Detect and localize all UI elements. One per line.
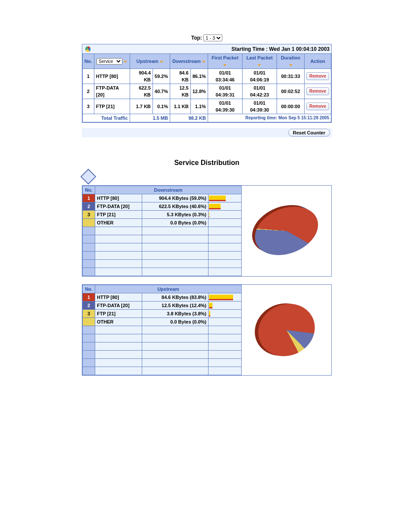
table-row: 2FTP-DATA [20]622.5 KB40.7%12.5 KB12.8%0… bbox=[83, 84, 331, 99]
cell-up-size: 904.4 KB bbox=[130, 69, 153, 84]
cell-value: 3.8 KBytes (3.8%) bbox=[142, 310, 209, 318]
cell-bar bbox=[209, 302, 242, 310]
cell-up-pct: 40.7% bbox=[153, 84, 170, 99]
cell-down-pct: 1.1% bbox=[190, 99, 208, 114]
upstream-table: No. Upstream 1HTTP [80]84.6 KBytes (83.8… bbox=[82, 285, 242, 375]
cell-first-packet: 01/01 04:39:30 bbox=[208, 99, 242, 114]
cell-service: OTHER bbox=[95, 219, 142, 227]
table-row bbox=[83, 227, 242, 235]
col-no: No. bbox=[83, 285, 95, 293]
service-distribution-title: Service Distribution bbox=[82, 159, 332, 167]
cell-last-packet: 01/01 04:42:23 bbox=[242, 84, 277, 99]
cell-bar bbox=[209, 219, 242, 227]
table-row bbox=[83, 334, 242, 342]
table-row: 3FTP [21]5.3 KBytes (0.3%) bbox=[83, 211, 242, 219]
cell-bar bbox=[209, 194, 242, 202]
cell-service: FTP [21] bbox=[95, 211, 142, 219]
cell-service: FTP-DATA [20] bbox=[95, 202, 142, 211]
table-row: 1HTTP [80]904.4 KB59.2%84.6 KB86.1%01/01… bbox=[83, 69, 331, 84]
cell-duration: 00:00:00 bbox=[277, 99, 305, 114]
total-downstream: 98.2 KB bbox=[170, 114, 208, 122]
cell-down-pct: 86.1% bbox=[190, 69, 208, 84]
cell-no: 1 bbox=[83, 293, 95, 302]
starting-time: Starting Time : Wed Jan 1 00:04:10 2003 bbox=[231, 46, 330, 52]
downstream-pie bbox=[242, 186, 331, 276]
table-row: 1HTTP [80]84.6 KBytes (83.8%) bbox=[83, 293, 242, 302]
sort-icon[interactable] bbox=[223, 64, 227, 66]
table-row bbox=[83, 359, 242, 367]
table-row bbox=[83, 326, 242, 334]
cell-service: OTHER bbox=[95, 318, 142, 326]
cell-bar bbox=[209, 211, 242, 219]
cell-first-packet: 01/01 03:34:46 bbox=[208, 69, 242, 84]
table-row bbox=[83, 351, 242, 359]
cell-down-pct: 12.8% bbox=[190, 84, 208, 99]
table-row bbox=[83, 235, 242, 243]
cell-service: FTP [21] bbox=[94, 99, 130, 114]
col-first-packet[interactable]: First Packet bbox=[208, 54, 242, 69]
col-last-packet[interactable]: Last Packet bbox=[242, 54, 277, 69]
cell-bar bbox=[209, 202, 242, 211]
col-upstream: Upstream bbox=[95, 285, 242, 293]
remove-button[interactable]: Remove bbox=[306, 72, 329, 80]
table-row bbox=[83, 252, 242, 260]
cell-no: 3 bbox=[83, 310, 95, 318]
cell-bar bbox=[209, 293, 242, 302]
table-row: OTHER0.0 Bytes (0.0%) bbox=[83, 219, 242, 227]
service-select[interactable]: Service bbox=[97, 58, 122, 65]
cell-service: FTP-DATA [20] bbox=[94, 84, 130, 99]
downstream-table: No. Downstream 1HTTP [80]904.4 KBytes (5… bbox=[82, 186, 242, 276]
table-row: OTHER0.0 Bytes (0.0%) bbox=[83, 318, 242, 326]
sort-icon[interactable] bbox=[258, 64, 261, 66]
col-duration[interactable]: Duration bbox=[277, 54, 305, 69]
cell-value: 12.5 KBytes (12.4%) bbox=[142, 302, 209, 310]
cell-no bbox=[83, 318, 95, 326]
pie-icon bbox=[84, 44, 92, 53]
cell-last-packet: 01/01 04:39:30 bbox=[242, 99, 277, 114]
cell-up-pct: 59.2% bbox=[153, 69, 170, 84]
table-row bbox=[83, 342, 242, 351]
cell-up-size: 622.5 KB bbox=[130, 84, 153, 99]
col-no[interactable]: No. bbox=[83, 54, 94, 69]
cell-service: HTTP [80] bbox=[95, 194, 142, 202]
reset-counter-button[interactable]: Reset Counter bbox=[288, 129, 330, 137]
diamond-icon bbox=[81, 169, 97, 185]
traffic-panel: Starting Time : Wed Jan 1 00:04:10 2003 … bbox=[82, 44, 332, 123]
cell-up-pct: 0.1% bbox=[153, 99, 170, 114]
remove-button[interactable]: Remove bbox=[306, 103, 329, 110]
col-upstream[interactable]: Upstream bbox=[130, 54, 170, 69]
table-row: 2FTP-DATA [20]622.5 KBytes (40.6%) bbox=[83, 202, 242, 211]
cell-bar bbox=[209, 310, 242, 318]
total-label: Total Traffic bbox=[83, 114, 130, 122]
cell-value: 904.4 KBytes (59.0%) bbox=[142, 194, 209, 202]
cell-no bbox=[83, 219, 95, 227]
sort-icon[interactable] bbox=[124, 61, 127, 63]
col-downstream[interactable]: Downstream bbox=[170, 54, 208, 69]
col-action: Action bbox=[305, 54, 331, 69]
cell-up-size: 1.7 KB bbox=[130, 99, 153, 114]
cell-duration: 00:02:52 bbox=[277, 84, 305, 99]
table-row bbox=[83, 243, 242, 252]
cell-no: 1 bbox=[83, 194, 95, 202]
sort-icon[interactable] bbox=[202, 61, 206, 63]
cell-service: FTP [21] bbox=[95, 310, 142, 318]
top-label: Top: bbox=[191, 35, 202, 41]
top-range-select[interactable]: 1 - 3 bbox=[203, 34, 222, 41]
cell-value: 0.0 Bytes (0.0%) bbox=[142, 318, 209, 326]
col-service: Service bbox=[94, 54, 130, 69]
sort-icon[interactable] bbox=[160, 61, 163, 63]
upstream-pie bbox=[242, 285, 331, 375]
cell-value: 622.5 KBytes (40.6%) bbox=[142, 202, 209, 211]
remove-button[interactable]: Remove bbox=[306, 87, 329, 95]
cell-no: 3 bbox=[83, 99, 94, 114]
table-row bbox=[83, 367, 242, 375]
cell-value: 84.6 KBytes (83.8%) bbox=[142, 293, 209, 302]
cell-service: HTTP [80] bbox=[95, 293, 142, 302]
cell-last-packet: 01/01 04:06:19 bbox=[242, 69, 277, 84]
sort-icon[interactable] bbox=[289, 64, 293, 66]
table-row bbox=[83, 260, 242, 268]
table-row: 3FTP [21]1.7 KB0.1%1.1 KB1.1%01/01 04:39… bbox=[83, 99, 331, 114]
cell-service: FTP-DATA [20] bbox=[95, 302, 142, 310]
cell-action: Remove bbox=[305, 99, 331, 114]
cell-no: 2 bbox=[83, 84, 94, 99]
